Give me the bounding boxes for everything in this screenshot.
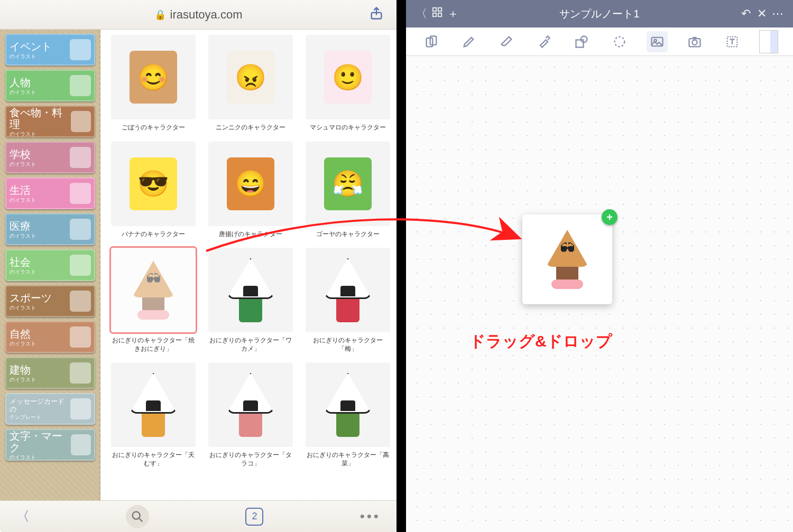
split-view-divider[interactable] xyxy=(396,0,406,532)
thumbnail-caption: おにぎりのキャラクター「高菜」 xyxy=(306,451,390,468)
highlighter-tool[interactable] xyxy=(533,31,555,52)
sidebar-item-icon xyxy=(70,183,91,204)
lasso-tool[interactable] xyxy=(609,31,630,52)
svg-point-14 xyxy=(692,40,697,44)
grid-item[interactable]: 🕶おにぎりのキャラクター「焼きおにぎり」 xyxy=(111,248,196,353)
sidebar-item-2[interactable]: 食べ物・料理のイラスト xyxy=(5,106,95,137)
add-icon[interactable]: ＋ xyxy=(445,6,461,22)
text-tool[interactable] xyxy=(722,31,743,52)
sidebar-item-icon xyxy=(70,362,91,384)
grid-item[interactable]: 😤ゴーヤのキャラクター xyxy=(306,142,390,239)
sidebar-item-sublabel: のイラスト xyxy=(10,454,71,460)
safari-bottom-bar: 〈 2 ••• xyxy=(0,500,396,532)
thumbnail-image[interactable]: 😄 xyxy=(208,142,293,226)
eraser-tool[interactable] xyxy=(496,31,517,52)
undo-icon[interactable]: ↶ xyxy=(738,7,754,21)
close-icon[interactable]: ✕ xyxy=(754,7,770,21)
sidebar-item-sublabel: テンプレート xyxy=(10,414,70,420)
thumbnail-image[interactable]: 😤 xyxy=(306,142,390,226)
thumbnail-image[interactable] xyxy=(306,362,390,447)
back-icon[interactable]: 〈 xyxy=(16,507,30,526)
grid-item[interactable]: おにぎりのキャラクター「梅」 xyxy=(306,248,390,353)
grid-item[interactable]: おにぎりのキャラクター「高菜」 xyxy=(306,362,390,468)
illustration-grid-area[interactable]: 😊ごぼうのキャラクター😠ニンニクのキャラクター🙂マシュマロのキャラクター😎バナナ… xyxy=(100,30,396,500)
page-thumbnail[interactable] xyxy=(759,30,778,53)
sidebar-item-11[interactable]: 文字・マークのイラスト xyxy=(5,429,95,461)
grid-item[interactable]: おにぎりのキャラクター「タラコ」 xyxy=(208,362,293,468)
camera-tool[interactable] xyxy=(684,31,705,52)
grid-item[interactable]: 😄唐揚げのキャラクター xyxy=(208,142,293,239)
sidebar-item-sublabel: のイラスト xyxy=(10,161,36,167)
sidebar-item-7[interactable]: スポーツのイラスト xyxy=(5,285,95,317)
note-canvas[interactable]: 🕶 + ドラッグ&ドロップ xyxy=(406,56,793,532)
sidebar-item-label: 医療 xyxy=(10,220,36,232)
thumbnail-image[interactable]: 😎 xyxy=(111,142,196,226)
sidebar-item-3[interactable]: 学校のイラスト xyxy=(5,142,95,173)
sidebar-item-9[interactable]: 建物のイラスト xyxy=(5,357,95,389)
grid-item[interactable]: おにぎりのキャラクター「ワカメ」 xyxy=(208,248,293,353)
drop-plus-badge: + xyxy=(602,209,617,225)
sidebar-item-6[interactable]: 社会のイラスト xyxy=(5,249,95,281)
svg-point-9 xyxy=(581,36,587,42)
url-box[interactable]: 🔒 irasutoya.com xyxy=(154,8,243,22)
shapes-tool[interactable] xyxy=(421,31,442,52)
sidebar-item-sublabel: のイラスト xyxy=(10,341,36,347)
search-icon[interactable] xyxy=(126,505,149,528)
grid-item[interactable]: 😎バナナのキャラクター xyxy=(111,142,196,239)
more-icon[interactable]: ••• xyxy=(360,508,381,525)
url-text: irasutoya.com xyxy=(170,8,243,22)
grid-item[interactable]: 😠ニンニクのキャラクター xyxy=(208,35,293,132)
sidebar-item-1[interactable]: 人物のイラスト xyxy=(5,70,95,101)
grid-icon[interactable] xyxy=(429,6,445,21)
pen-tool[interactable] xyxy=(458,31,480,52)
dropped-image[interactable]: 🕶 + xyxy=(522,214,612,304)
thumbnail-image[interactable]: 🕶 xyxy=(111,248,196,332)
category-sidebar: イベントのイラスト人物のイラスト食べ物・料理のイラスト学校のイラスト生活のイラス… xyxy=(0,30,100,500)
thumbnail-caption: おにぎりのキャラクター「タラコ」 xyxy=(208,451,293,468)
back-icon[interactable]: 〈 xyxy=(413,6,429,22)
thumbnail-caption: マシュマロのキャラクター xyxy=(310,124,386,132)
thumbnail-caption: ゴーヤのキャラクター xyxy=(316,230,380,239)
tabs-button[interactable]: 2 xyxy=(245,508,263,526)
thumbnail-image[interactable]: 😊 xyxy=(111,35,196,119)
svg-rect-4 xyxy=(433,13,436,16)
thumbnail-image[interactable] xyxy=(111,362,196,447)
thumbnail-image[interactable] xyxy=(208,248,293,332)
grid-item[interactable]: 🙂マシュマロのキャラクター xyxy=(306,35,390,132)
more-icon[interactable]: ⋯ xyxy=(770,7,786,21)
sidebar-item-5[interactable]: 医療のイラスト xyxy=(5,213,95,245)
thumbnail-image[interactable]: 🙂 xyxy=(306,35,390,119)
grid-item[interactable]: おにぎりのキャラクター「天むす」 xyxy=(111,362,196,468)
note-titlebar: 〈 ＋ サンプルノート1 ↶ ✕ ⋯ xyxy=(406,0,793,27)
thumbnail-image[interactable] xyxy=(306,248,390,332)
sidebar-item-label: 文字・マーク xyxy=(10,430,71,453)
thumbnail-caption: 唐揚げのキャラクター xyxy=(219,230,282,239)
sidebar-item-8[interactable]: 自然のイラスト xyxy=(5,321,95,353)
safari-window: 🔒 irasutoya.com イベントのイラスト人物のイラスト食べ物・料理のイ… xyxy=(0,0,396,532)
svg-rect-5 xyxy=(438,13,441,16)
sidebar-item-label: 生活 xyxy=(10,184,36,196)
thumbnail-caption: おにぎりのキャラクター「天むす」 xyxy=(111,451,196,468)
thumbnail-image[interactable]: 😠 xyxy=(208,35,293,119)
thumbnail-image[interactable] xyxy=(208,362,293,447)
image-tool[interactable] xyxy=(647,31,668,52)
sidebar-item-10[interactable]: メッセージカードのテンプレート xyxy=(5,393,95,425)
sidebar-item-icon xyxy=(70,75,91,96)
sidebar-item-4[interactable]: 生活のイラスト xyxy=(5,178,95,209)
sidebar-item-icon xyxy=(70,39,91,60)
shape-tool[interactable] xyxy=(571,31,592,52)
sidebar-item-label: スポーツ xyxy=(10,292,52,304)
sidebar-item-label: メッセージカードの xyxy=(10,398,70,413)
sidebar-item-icon xyxy=(70,326,91,348)
sidebar-item-sublabel: のイラスト xyxy=(10,305,52,311)
thumbnail-caption: ごぼうのキャラクター xyxy=(122,124,185,132)
sidebar-item-0[interactable]: イベントのイラスト xyxy=(5,34,95,66)
sidebar-item-icon xyxy=(70,147,91,168)
sidebar-item-sublabel: のイラスト xyxy=(10,197,36,203)
grid-item[interactable]: 😊ごぼうのキャラクター xyxy=(111,35,196,132)
lock-icon: 🔒 xyxy=(154,9,166,21)
note-app-window: 〈 ＋ サンプルノート1 ↶ ✕ ⋯ 🕶 + ドラッグ&ドロップ xyxy=(406,0,793,532)
sidebar-item-label: 社会 xyxy=(10,256,36,268)
share-icon[interactable] xyxy=(369,6,384,24)
thumbnail-caption: おにぎりのキャラクター「ワカメ」 xyxy=(208,337,293,353)
